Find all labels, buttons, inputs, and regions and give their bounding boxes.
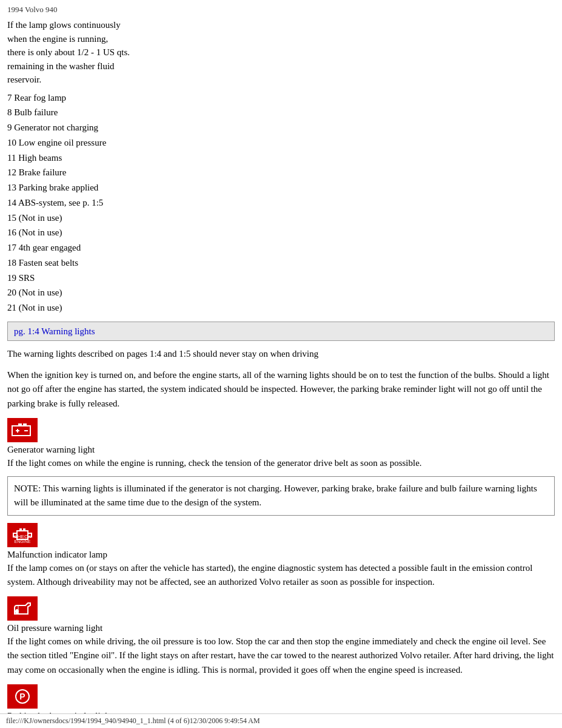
intro-line1: If the lamp glows continuously	[7, 20, 121, 30]
list-item: 10 Low engine oil pressure	[7, 135, 555, 150]
intro-block: If the lamp glows continuously when the …	[7, 18, 555, 87]
list-item: 15 (Not in use)	[7, 211, 555, 226]
svg-rect-2	[23, 423, 27, 426]
nav-link-bar[interactable]: pg. 1:4 Warning lights	[7, 322, 555, 341]
page-title: 1994 Volvo 940	[7, 5, 555, 15]
malfunction-icon: CHECK ENGINE	[7, 523, 38, 547]
list-item: 9 Generator not charging	[7, 120, 555, 135]
svg-rect-9	[19, 528, 22, 531]
malfunction-label: Malfunction indicator lamp	[7, 550, 555, 560]
nav-link[interactable]: pg. 1:4 Warning lights	[14, 326, 95, 336]
oil-pressure-icon	[7, 596, 38, 621]
list-item: 19 SRS	[7, 271, 555, 286]
list-item: 11 High beams	[7, 150, 555, 166]
list-item: 13 Parking brake applied	[7, 180, 555, 195]
svg-text:CHECK: CHECK	[14, 534, 32, 539]
section1-text: The warning lights described on pages 1:…	[7, 347, 555, 361]
svg-rect-1	[18, 423, 22, 426]
list-item: 17 4th gear engaged	[7, 240, 555, 255]
intro-line4: remaining in the washer fluid	[7, 61, 115, 71]
intro-line5: reservoir.	[7, 75, 41, 84]
list-item: 16 (Not in use)	[7, 225, 555, 240]
intro-line3: there is only about 1/2 - 1 US qts.	[7, 47, 130, 57]
generator-label: Generator warning light	[7, 445, 555, 455]
footer-bar: file:///KJ/ownersdocs/1994/1994_940/9494…	[0, 713, 562, 728]
list-item: 12 Brake failure	[7, 165, 555, 180]
svg-rect-10	[23, 528, 25, 531]
generator-icon	[7, 418, 38, 442]
svg-point-13	[15, 609, 19, 614]
footer-text: file:///KJ/ownersdocs/1994/1994_940/9494…	[6, 716, 260, 725]
note-box: NOTE: This warning lights is illuminated…	[7, 476, 555, 516]
section2-text: When the ignition key is turned on, and …	[7, 368, 555, 411]
generator-desc: If the light comes on while the engine i…	[7, 456, 555, 470]
list-item: 8 Bulb failure	[7, 105, 555, 120]
list-item: 20 (Not in use)	[7, 285, 555, 300]
park-brake-icon: P	[7, 684, 38, 709]
svg-text:ENGINE: ENGINE	[15, 539, 31, 544]
warning-list: 7 Rear fog lamp8 Bulb failure9 Generator…	[7, 90, 555, 315]
list-item: 18 Fasten seat belts	[7, 255, 555, 271]
oil-pressure-label: Oil pressure warning light	[7, 623, 555, 633]
list-item: 7 Rear fog lamp	[7, 90, 555, 106]
list-item: 14 ABS-system, see p. 1:5	[7, 195, 555, 211]
malfunction-desc: If the lamp comes on (or stays on after …	[7, 561, 555, 590]
list-item: 21 (Not in use)	[7, 300, 555, 315]
intro-line2: when the engine is running,	[7, 34, 108, 44]
oil-pressure-desc: If the light comes on while driving, the…	[7, 635, 555, 677]
svg-text:P: P	[19, 692, 25, 701]
